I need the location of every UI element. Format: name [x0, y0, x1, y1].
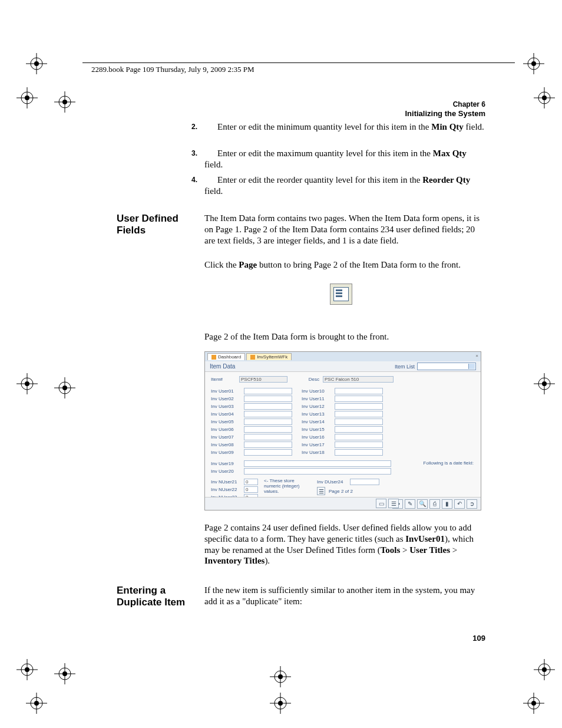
numeric-field-input[interactable]: 0: [244, 486, 258, 493]
window-tabs: Dashboard InvSyItemWFk ×: [205, 352, 481, 361]
itemlist-label: Item List: [395, 364, 415, 370]
udf-paragraph-2: Click the Page button to bring Page 2 of…: [204, 259, 485, 271]
field-label: Inv User11: [302, 396, 335, 401]
step-text: Enter or edit the minimum quantity level…: [217, 122, 484, 131]
step-3: 3. Enter or edit the maximum quantity le…: [204, 148, 485, 170]
registration-mark: [26, 693, 47, 714]
page-icon[interactable]: ☰: [317, 487, 325, 495]
field-label: Inv DUser24: [317, 479, 350, 485]
field-label: Inv NUser22: [211, 487, 244, 492]
print-icon[interactable]: ⎙: [429, 499, 440, 509]
field-label: Inv User01: [211, 388, 244, 394]
user-field-input[interactable]: [335, 442, 383, 448]
form-toolbar: ▭ ☰ ➔ ✎ 🔍 ⎙ ▮ ↶ ➲: [205, 497, 481, 510]
user-field-input[interactable]: [335, 403, 383, 410]
form-title: Item Data: [210, 363, 235, 370]
tab-icon: [211, 355, 216, 360]
page-button-icon: [330, 284, 352, 305]
numeric-hint: <- These store numeric (integer) values.: [264, 478, 305, 494]
field-label: Inv User02: [211, 396, 244, 401]
field-label: Inv User20: [211, 469, 244, 474]
user-field-input[interactable]: [244, 442, 292, 448]
user-field-input[interactable]: [335, 396, 383, 402]
search-icon[interactable]: 🔍: [417, 499, 428, 509]
step-number: 2.: [191, 123, 197, 131]
duplicate-paragraph: If the new item is sufficiently similar …: [204, 585, 485, 607]
user-field-input[interactable]: [244, 403, 292, 410]
field-label: Inv User09: [211, 450, 244, 455]
field-label: Inv User05: [211, 419, 244, 424]
toolbar-icon[interactable]: ▮: [442, 499, 452, 509]
user-field-input[interactable]: [335, 449, 383, 456]
step-2: 2. Enter or edit the minimum quantity le…: [204, 121, 485, 133]
toolbar-list-icon[interactable]: ☰: [388, 499, 399, 508]
registration-mark: [16, 659, 38, 680]
registration-mark: [16, 373, 38, 394]
user-field-input[interactable]: [244, 388, 292, 394]
user-field-input[interactable]: [244, 419, 292, 425]
field-label: Inv User17: [302, 442, 335, 447]
tab-dashboard[interactable]: Dashboard: [207, 353, 245, 360]
user-field-input[interactable]: [244, 460, 391, 467]
date-field-input[interactable]: [350, 479, 379, 485]
item-value: PSCF510: [239, 376, 287, 383]
exit-icon[interactable]: ➲: [467, 499, 477, 509]
user-field-input[interactable]: [244, 426, 292, 433]
step-number: 4.: [191, 176, 197, 185]
step-number: 3.: [191, 149, 197, 158]
registration-mark: [54, 663, 75, 684]
numeric-field-input[interactable]: 0: [244, 479, 258, 485]
field-label: Inv User13: [302, 411, 335, 417]
field-label: Inv User14: [302, 419, 335, 424]
user-fields-left: Inv User01 Inv User02 Inv User03 Inv Use…: [211, 387, 292, 456]
user-field-input[interactable]: [244, 411, 292, 417]
tab-icon: [250, 355, 255, 360]
field-label: Inv User16: [302, 434, 335, 440]
field-label: Inv User03: [211, 404, 244, 409]
itemlist-dropdown[interactable]: [417, 363, 476, 370]
registration-mark: [534, 373, 555, 394]
user-field-input[interactable]: [244, 468, 391, 475]
registration-mark: [54, 377, 75, 398]
toolbar-icon[interactable]: ✎: [405, 499, 415, 509]
user-field-input[interactable]: [335, 419, 383, 425]
section-heading-duplicate: Entering a Duplicate Item: [117, 585, 199, 609]
page-indicator: Page 2 of 2: [329, 489, 353, 494]
undo-icon[interactable]: ↶: [454, 499, 465, 509]
udf-paragraph-1: The Item Data form contains two pages. W…: [204, 213, 485, 246]
chapter-label: Chapter 6: [453, 100, 485, 108]
user-field-input[interactable]: [244, 434, 292, 440]
field-label: Inv User04: [211, 411, 244, 417]
user-field-input[interactable]: [335, 434, 383, 440]
registration-mark: [270, 693, 291, 714]
registration-mark: [534, 659, 555, 680]
tab-form[interactable]: InvSyItemWFk: [246, 353, 292, 360]
field-label: Inv User06: [211, 427, 244, 432]
item-label: Item#: [211, 377, 239, 382]
user-field-input[interactable]: [335, 411, 383, 417]
page-number: 109: [472, 634, 485, 643]
date-hint: Following is a date field:: [424, 460, 474, 466]
step-4: 4. Enter or edit the reorder quantity le…: [204, 174, 485, 197]
registration-mark: [523, 693, 544, 714]
udf-paragraph-4: Page 2 contains 24 user defined fields. …: [204, 522, 485, 566]
registration-mark: [270, 666, 291, 687]
toolbar-open-icon[interactable]: ▭: [376, 499, 386, 508]
field-label: Inv User18: [302, 450, 335, 455]
user-field-input[interactable]: [335, 426, 383, 433]
field-label: Inv NUser21: [211, 479, 244, 485]
step-text: Enter or edit the maximum quantity level…: [204, 149, 467, 169]
field-label: Inv User12: [302, 404, 335, 409]
user-field-input[interactable]: [335, 388, 383, 394]
udf-paragraph-3: Page 2 of the Item Data form is brought …: [204, 331, 485, 342]
chapter-title: Initializing the System: [405, 109, 485, 118]
registration-mark: [523, 53, 544, 74]
step-text: Enter or edit the reorder quantity level…: [204, 175, 470, 196]
registration-mark: [16, 87, 38, 108]
close-icon[interactable]: ×: [475, 353, 478, 358]
registration-mark: [54, 91, 75, 113]
field-label: Inv User07: [211, 434, 244, 440]
user-field-input[interactable]: [244, 449, 292, 456]
field-label: Inv User19: [211, 461, 244, 466]
user-field-input[interactable]: [244, 396, 292, 402]
